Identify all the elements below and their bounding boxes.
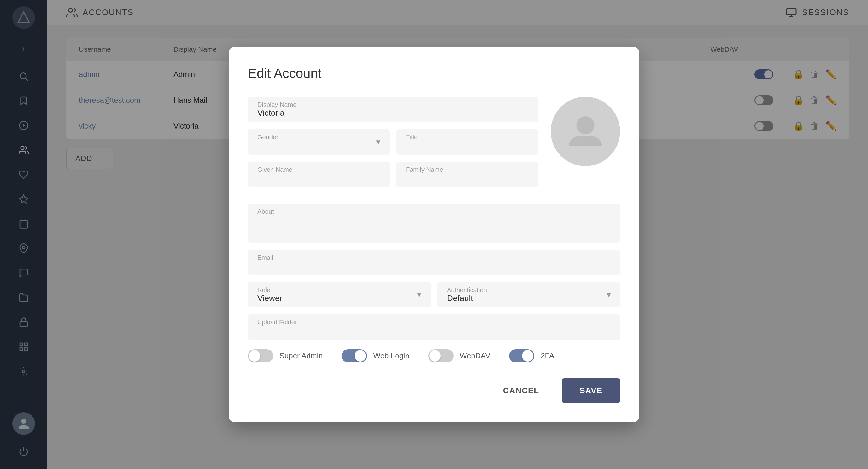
edit-account-modal: Edit Account Display Name Gender — [229, 47, 639, 422]
2fa-label: 2FA — [540, 351, 554, 360]
email-label: Email — [257, 254, 273, 261]
web-login-label: Web Login — [373, 351, 409, 360]
role-select-wrapper: Role Viewer Editor Admin ▼ — [248, 282, 431, 307]
family-name-field-wrapper: Family Name — [397, 162, 538, 187]
email-group: Email — [248, 249, 620, 275]
given-name-label: Given Name — [257, 166, 292, 173]
auth-label: Authentication — [447, 287, 487, 294]
upload-folder-field-wrapper: Upload Folder — [248, 314, 620, 340]
cancel-button[interactable]: CANCEL — [488, 378, 554, 403]
given-name-input[interactable] — [248, 162, 390, 187]
user-avatar-upload[interactable] — [551, 97, 620, 166]
title-field-wrapper: Title — [397, 129, 538, 155]
2fa-toggle-item: 2FA — [509, 349, 554, 363]
display-name-label: Display Name — [257, 101, 297, 108]
modal-title: Edit Account — [248, 66, 620, 81]
role-select[interactable]: Viewer Editor Admin — [248, 282, 431, 307]
family-name-label: Family Name — [406, 166, 443, 173]
about-textarea[interactable] — [248, 204, 620, 241]
modal-overlay: Edit Account Display Name Gender — [0, 0, 868, 469]
super-admin-toggle-item: Super Admin — [248, 349, 323, 363]
title-label: Title — [406, 134, 417, 141]
form-top-section: Display Name Gender Male Female Other — [248, 97, 620, 194]
email-input[interactable] — [248, 249, 620, 275]
upload-folder-group: Upload Folder — [248, 314, 620, 340]
display-name-group: Display Name — [248, 97, 538, 122]
svg-point-27 — [576, 116, 594, 134]
auth-select[interactable]: Default LDAP SAML — [437, 282, 620, 307]
super-admin-label: Super Admin — [279, 351, 323, 360]
save-button[interactable]: SAVE — [562, 378, 620, 403]
about-field-wrapper: About — [248, 204, 620, 243]
display-name-input[interactable] — [248, 97, 538, 122]
webdav-toggle-item: WebDAV — [428, 349, 490, 363]
email-field-wrapper: Email — [248, 249, 620, 275]
given-name-field-wrapper: Given Name — [248, 162, 390, 187]
web-login-toggle[interactable] — [342, 349, 367, 363]
about-group: About — [248, 204, 620, 243]
webdav-toggle[interactable] — [428, 349, 454, 363]
super-admin-toggle[interactable] — [248, 349, 273, 363]
about-label: About — [257, 208, 274, 215]
upload-folder-label: Upload Folder — [257, 319, 297, 326]
family-name-input[interactable] — [397, 162, 538, 187]
form-main-fields: Display Name Gender Male Female Other — [248, 97, 538, 194]
webdav-label: WebDAV — [460, 351, 490, 360]
gender-select[interactable]: Male Female Other — [248, 129, 390, 155]
2fa-toggle[interactable] — [509, 349, 534, 363]
display-name-field-wrapper: Display Name — [248, 97, 538, 122]
role-auth-group: Role Viewer Editor Admin ▼ Authenticatio… — [248, 282, 620, 307]
web-login-toggle-item: Web Login — [342, 349, 409, 363]
gender-title-group: Gender Male Female Other ▼ Title — [248, 129, 538, 155]
gender-label: Gender — [257, 134, 279, 141]
modal-footer: CANCEL SAVE — [248, 378, 620, 403]
auth-select-wrapper: Authentication Default LDAP SAML ▼ — [437, 282, 620, 307]
role-label: Role — [257, 287, 270, 294]
gender-select-wrapper: Gender Male Female Other ▼ — [248, 129, 390, 155]
toggles-row: Super Admin Web Login WebDAV 2FA — [248, 349, 620, 363]
name-group: Given Name Family Name — [248, 162, 538, 187]
title-input[interactable] — [397, 129, 538, 155]
upload-folder-input[interactable] — [248, 314, 620, 340]
